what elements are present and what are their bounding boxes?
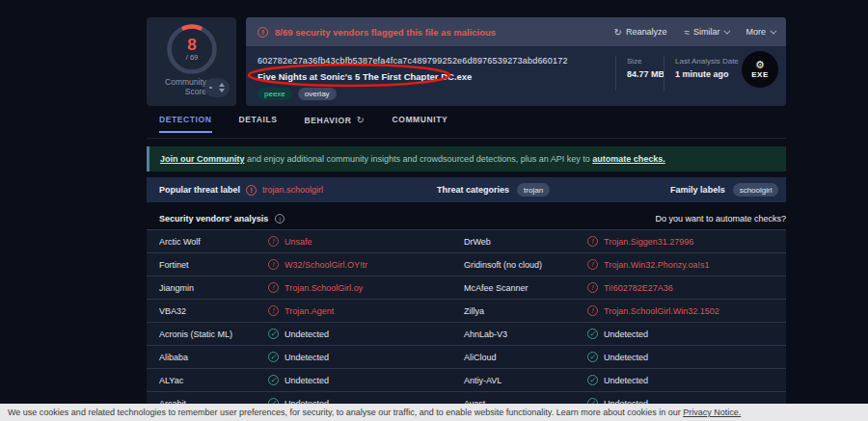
vendors-analysis-title: Security vendors' analysis [159, 214, 268, 224]
vendor-name: McAfee Scanner [464, 283, 587, 293]
vendor-name: Arctic Wolf [159, 237, 268, 247]
status-icon: ✓ [268, 329, 279, 339]
table-row: Arctic Wolf !Unsafe DrWeb !Trojan.Siggen… [147, 230, 786, 253]
vendor-name: Gridinsoft (no cloud) [464, 260, 587, 270]
warning-icon: ! [258, 27, 268, 38]
status-icon: ✓ [268, 352, 279, 362]
detection-result: Trojan.Agent [285, 306, 334, 316]
table-row: Alibaba ✓Undetected AliCloud ✓Undetected [147, 346, 786, 369]
malicious-alert-banner: ! 8/69 security vendors flagged this fil… [246, 17, 786, 46]
status-icon: ! [587, 236, 598, 247]
vendors-analysis-header: Security vendors' analysis i Do you want… [147, 211, 786, 226]
reanalyze-button[interactable]: ↻ Reanalyze [614, 27, 667, 38]
cookie-consent-banner: We use cookies and related technologies … [0, 404, 868, 421]
table-row: ALYac ✓Undetected Antiy-AVL ✓Undetected [147, 369, 786, 392]
tab-behavior[interactable]: BEHAVIOR ↻ [304, 115, 365, 132]
vote-down-icon[interactable] [219, 89, 225, 92]
detection-result: Ti!602782E27A36 [604, 283, 673, 293]
family-labels-label: Family labels [670, 185, 725, 195]
status-icon: ! [268, 282, 279, 293]
table-row: Fortinet !W32/SchoolGirl.OY!tr Gridinsof… [147, 253, 786, 276]
threat-label-row: Popular threat label ! trojan.schoolgirl… [147, 177, 786, 202]
join-community-banner: Join our Community and enjoy additional … [147, 146, 786, 171]
community-score-label: Community Score [152, 77, 206, 97]
similar-icon: ≈ [684, 27, 690, 38]
vendor-name: AhnLab-V3 [464, 329, 587, 339]
detection-result: Undetected [285, 353, 329, 362]
status-icon: ! [587, 259, 598, 270]
detection-result: Trojan.SchoolGirl.oy [285, 283, 363, 293]
detection-result: Trojan.SchoolGirl.Win32.1502 [604, 306, 719, 316]
file-summary-card: ! 8/69 security vendors flagged this fil… [246, 17, 786, 106]
vendor-name: Acronis (Static ML) [159, 329, 268, 339]
detection-result: Undetected [604, 329, 648, 339]
automate-checks-question-link[interactable]: Do you want to automate checks? [655, 214, 786, 224]
table-row: Jiangmin !Trojan.SchoolGirl.oy McAfee Sc… [147, 276, 786, 300]
popular-threat-value[interactable]: trojan.schoolgirl [262, 185, 323, 195]
loading-spinner-icon: ↻ [357, 115, 366, 125]
vote-up-icon[interactable] [219, 83, 225, 87]
detection-result: Trojan.Win32.Phonzy.oa!s1 [604, 260, 710, 270]
divider [615, 56, 616, 91]
popular-threat-label: Popular threat label [159, 185, 240, 195]
last-analysis-block: Last Analysis Date 1 minute ago [675, 57, 739, 79]
divider [664, 56, 665, 91]
info-icon[interactable]: i [275, 214, 285, 224]
status-icon: ✓ [587, 352, 598, 362]
status-icon: ✓ [587, 329, 598, 339]
similar-button[interactable]: ≈ Similar [684, 27, 728, 38]
score-value: 8 [163, 36, 221, 55]
community-vote-widget[interactable] [204, 78, 230, 97]
tab-community[interactable]: COMMUNITY [392, 115, 448, 131]
vendor-name: Antiy-AVL [464, 376, 587, 385]
size-value: 84.77 MB [627, 69, 665, 79]
threat-category-pill[interactable]: trojan [517, 183, 550, 197]
chevron-down-icon [770, 27, 776, 34]
automate-checks-link[interactable]: automate checks. [592, 154, 665, 164]
vendor-name: DrWeb [464, 237, 587, 247]
score-total: / 69 [163, 53, 221, 62]
more-button[interactable]: More [746, 27, 774, 37]
detection-result: Undetected [604, 376, 648, 385]
join-community-link[interactable]: Join our Community [160, 154, 245, 164]
tag-overlay[interactable]: overlay [298, 88, 337, 100]
vendor-name: Alibaba [159, 353, 268, 362]
detection-result: Undetected [285, 376, 329, 385]
vendor-name: Fortinet [159, 260, 268, 270]
vendor-name: AliCloud [464, 353, 587, 362]
vote-count-dot [209, 87, 212, 89]
detection-score-donut: 8 / 69 [163, 20, 221, 78]
detection-result: Trojan.Siggen31.27996 [604, 237, 693, 247]
file-name[interactable]: Five Nights at Sonic's 5 The First Chapt… [258, 71, 472, 82]
detection-result: Undetected [285, 329, 329, 339]
warning-icon: ! [246, 185, 257, 196]
vendor-name: VBA32 [159, 306, 268, 316]
status-icon: ✓ [268, 375, 279, 385]
table-row: VBA32 !Trojan.Agent Zillya !Trojan.Schoo… [147, 300, 786, 323]
status-icon: ! [268, 305, 279, 316]
file-hash[interactable]: 602782e27a36fb43cbfb5387efa4fca7c4897992… [258, 56, 568, 66]
tab-detection[interactable]: DETECTION [159, 115, 212, 133]
gear-icon: ⚙ [755, 60, 765, 70]
community-banner-text: and enjoy additional community insights … [245, 154, 593, 164]
status-icon: ! [587, 282, 598, 293]
file-tags: peexe overlay [258, 88, 337, 100]
family-label-pill[interactable]: schoolgirl [733, 183, 779, 197]
tag-peexe[interactable]: peexe [258, 88, 292, 100]
file-size-block: Size 84.77 MB [627, 57, 665, 79]
exe-badge-label: EXE [751, 70, 769, 79]
report-tabs: DETECTION DETAILS BEHAVIOR ↻ COMMUNITY [147, 115, 786, 139]
community-score-card: 8 / 69 Community Score [147, 17, 236, 106]
vendor-name: Jiangmin [159, 283, 268, 293]
tab-details[interactable]: DETAILS [239, 115, 278, 131]
size-label: Size [627, 57, 665, 66]
last-analysis-label: Last Analysis Date [675, 57, 739, 66]
status-icon: ✓ [587, 375, 598, 385]
cookie-text: We use cookies and related technologies … [8, 408, 683, 417]
privacy-notice-link[interactable]: Privacy Notice. [683, 408, 741, 417]
status-icon: ! [268, 259, 279, 270]
last-analysis-value: 1 minute ago [675, 69, 739, 79]
status-icon: ! [587, 305, 598, 316]
vendor-name: Zillya [464, 306, 587, 316]
threat-categories-label: Threat categories [437, 185, 509, 195]
